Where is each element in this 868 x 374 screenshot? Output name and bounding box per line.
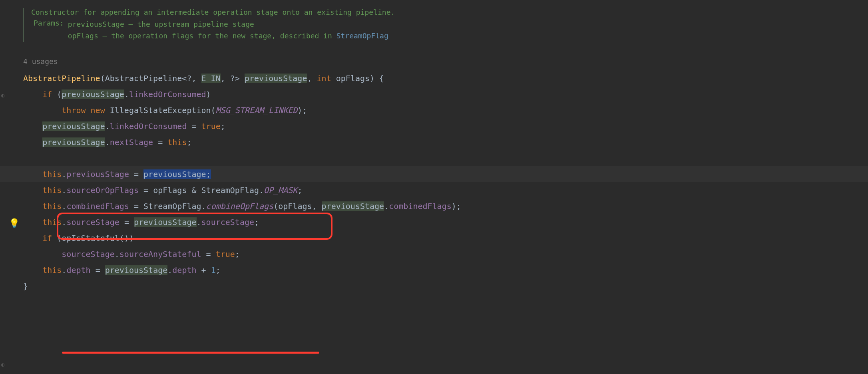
gutter-override-icon[interactable]: ◐ [1, 361, 4, 368]
gutter-method-icon[interactable]: ◐ [1, 92, 4, 98]
type-param: E_IN [201, 74, 221, 83]
editor-content[interactable]: Constructor for appending an intermediat… [23, 0, 868, 294]
javadoc-description: Constructor for appending an intermediat… [31, 8, 395, 16]
current-line[interactable]: this.previousStage = previousStage; [0, 166, 868, 182]
javadoc-param-2: opFlags – the operation flags for the ne… [68, 30, 388, 42]
annotation-red-underline [62, 352, 319, 354]
constant-msg-stream-linked: MSG_STREAM_LINKED [216, 105, 298, 115]
javadoc-link[interactable]: StreamOpFlag [336, 32, 388, 40]
usages-hint[interactable]: 4 usages [23, 57, 868, 66]
selected-text[interactable]: previousStage; [143, 169, 211, 179]
param-previousStage: previousStage [245, 74, 307, 83]
param-opFlags: opFlags [336, 74, 370, 83]
javadoc-param-1: previousStage – the upstream pipeline st… [68, 19, 388, 30]
code-block[interactable]: AbstractPipeline(AbstractPipeline<?, E_I… [23, 70, 868, 294]
method-name: AbstractPipeline [23, 74, 100, 83]
intention-bulb-icon[interactable]: 💡 [9, 218, 20, 228]
javadoc-params-label: Params: [31, 19, 64, 27]
code-editor[interactable]: 💡 ◐ ◐ Constructor for appending an inter… [0, 0, 868, 374]
javadoc-block: Constructor for appending an intermediat… [23, 8, 395, 42]
gutter: 💡 ◐ ◐ [0, 0, 23, 374]
